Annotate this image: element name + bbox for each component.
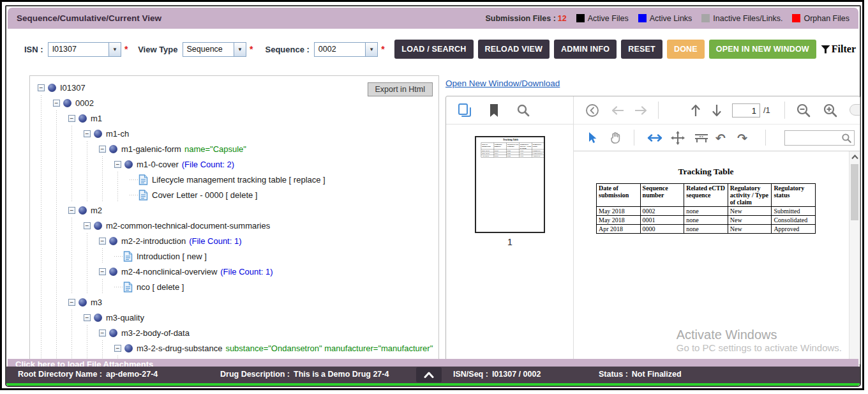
tree-node[interactable]: −m3-quality — [38, 310, 368, 325]
scrollbar-thumb[interactable] — [851, 164, 858, 220]
redo-icon[interactable]: ↷ — [737, 131, 747, 145]
reset-button[interactable]: RESET — [621, 40, 662, 59]
tree-node-label[interactable]: m2 — [91, 206, 102, 215]
sequence-select[interactable]: 0002 ▼ — [314, 42, 378, 57]
page-thumbnail[interactable]: Tracking Table Date of submissionSequenc… — [475, 136, 545, 233]
tree-file-node[interactable]: Introduction [ new ] — [38, 248, 368, 264]
select-cursor-icon[interactable] — [587, 132, 598, 144]
horizontal-scroll-icon[interactable] — [647, 133, 663, 142]
tree-collapse-icon[interactable]: − — [114, 345, 121, 352]
tree-node-label[interactable]: 0002 — [75, 98, 94, 108]
reload-view-button[interactable]: RELOAD VIEW — [478, 40, 550, 59]
footer-note[interactable]: Click here to load File Attachments — [15, 360, 153, 367]
open-new-window-download-link[interactable]: Open New Window/Download — [445, 79, 560, 88]
admin-info-button[interactable]: ADMIN INFO — [554, 40, 617, 59]
open-new-window-button[interactable]: OPEN IN NEW WINDOW — [709, 40, 816, 59]
export-html-button[interactable]: Export in Html — [368, 82, 433, 96]
back-circle-icon[interactable] — [585, 103, 599, 117]
tree-collapse-icon[interactable]: − — [99, 268, 106, 275]
legend-bar: Submission Files :12 Active Files Active… — [485, 14, 849, 23]
tree-node[interactable]: −m1-galenic-formname="Capsule" — [38, 141, 368, 156]
tree-file-node[interactable]: Cover Letter - 0000 [ delete ] — [38, 187, 368, 202]
chevron-down-icon[interactable]: ▼ — [365, 43, 377, 56]
document-scrollbar[interactable] — [849, 151, 860, 365]
tree-node-label[interactable]: m3-2-s-drug-substance — [137, 344, 222, 353]
collapse-statusbar-button[interactable] — [416, 367, 442, 383]
tree-file-node[interactable]: Lifecycle management tracking table [ re… — [38, 172, 368, 187]
tree-node-label[interactable]: nco [ delete ] — [137, 282, 184, 292]
tree-node-label[interactable]: m3-quality — [106, 313, 144, 322]
tree-collapse-icon[interactable]: − — [99, 238, 106, 245]
page-number-input[interactable] — [732, 103, 760, 117]
tree-node[interactable]: −m3 — [38, 294, 368, 310]
tree-node-label[interactable]: I01307 — [60, 83, 86, 93]
legend-active-links: Active Links — [638, 14, 692, 23]
tree-node-attribute: substance="Ondansetron" manufacturer="ma… — [225, 344, 433, 353]
legend-active-files: Active Files — [576, 14, 629, 23]
tree-node-label[interactable]: m1-galenic-form — [121, 144, 181, 154]
tree-collapse-icon[interactable]: − — [38, 84, 45, 91]
tree-collapse-icon[interactable]: − — [114, 161, 121, 168]
table-header-cell: Regulatory activity / Type of claim — [520, 143, 532, 149]
tree-node-label[interactable]: Introduction [ new ] — [137, 252, 207, 261]
tree-node[interactable]: −m1-0-cover(File Count: 2) — [38, 156, 368, 172]
undo-icon[interactable]: ↶ — [715, 131, 726, 145]
tree-collapse-icon[interactable]: − — [53, 100, 60, 107]
fit-width-icon[interactable] — [694, 132, 709, 144]
find-input[interactable] — [784, 130, 855, 146]
tree-collapse-icon[interactable]: − — [84, 314, 91, 321]
tree-node[interactable]: −m3-2-body-of-data — [38, 325, 368, 340]
zoom-in-icon[interactable] — [823, 103, 838, 118]
tree-node[interactable]: −m2-common-technical-document-summaries — [38, 218, 368, 233]
tree-file-node[interactable]: nco [ delete ] — [38, 279, 368, 294]
tree-node-label[interactable]: m3-2-body-of-data — [121, 328, 190, 338]
view-type-select[interactable]: Sequence ▼ — [183, 42, 246, 57]
prev-view-icon[interactable] — [611, 105, 625, 116]
page-up-icon[interactable] — [691, 103, 701, 117]
zoom-toggle-partial[interactable] — [849, 104, 860, 116]
page-down-icon[interactable] — [712, 103, 722, 117]
hand-pan-icon[interactable] — [610, 132, 621, 144]
zoom-out-icon[interactable] — [796, 103, 811, 118]
tree-node[interactable]: −m2-2-introduction(File Count: 1) — [38, 233, 368, 248]
done-button[interactable]: DONE — [667, 40, 705, 59]
load-search-button[interactable]: LOAD / SEARCH — [394, 40, 473, 59]
filter-control[interactable]: Filter — [821, 43, 856, 55]
tree-node-label[interactable]: Lifecycle management tracking table [ re… — [152, 175, 326, 185]
scroll-up-icon[interactable] — [849, 151, 860, 162]
tree-node-label[interactable]: m3 — [91, 298, 102, 307]
tree-node-label[interactable]: m1-ch — [106, 129, 129, 139]
tree-node-label[interactable]: Cover Letter - 0000 [ delete ] — [152, 190, 257, 200]
tree-collapse-icon[interactable]: − — [84, 130, 91, 137]
tree-collapse-icon[interactable]: − — [99, 330, 106, 337]
tree-node[interactable]: −m3-2-s-drug-substancesubstance="Ondanse… — [38, 340, 368, 356]
tree-node-label[interactable]: m2-2-introduction — [121, 236, 186, 246]
thumbnail-pane: Tracking Table Date of submissionSequenc… — [446, 125, 573, 365]
tree-node-label[interactable]: m2-common-technical-document-summaries — [106, 221, 270, 231]
tree-node-label[interactable]: m1 — [91, 114, 102, 123]
table-row: May 20180001noneNewConsolidated — [597, 216, 816, 225]
search-icon[interactable] — [516, 103, 530, 117]
pan-move-icon[interactable] — [671, 131, 685, 145]
file-icon — [138, 190, 148, 201]
isn-select[interactable]: I01307 ▼ — [48, 42, 121, 57]
tree-node[interactable]: −m1-ch — [38, 126, 368, 141]
tree-collapse-icon[interactable]: − — [99, 146, 106, 153]
tree-collapse-icon[interactable]: − — [84, 222, 91, 229]
tree-node[interactable]: −m2-4-nonclinical-overview(File Count: 1… — [38, 264, 368, 279]
chevron-down-icon[interactable]: ▼ — [234, 43, 246, 56]
tree-collapse-icon[interactable]: − — [68, 299, 75, 306]
bookmark-icon[interactable] — [488, 103, 500, 117]
thumbnails-icon[interactable] — [458, 103, 472, 118]
tree-node[interactable]: −m1 — [38, 110, 368, 126]
tree-node[interactable]: −I01307 — [38, 80, 368, 95]
next-view-icon[interactable] — [634, 105, 648, 116]
tree-node[interactable]: −m2 — [38, 202, 368, 218]
tree-node-label[interactable]: m1-0-cover — [137, 160, 179, 169]
chevron-down-icon[interactable]: ▼ — [108, 43, 121, 56]
tree-collapse-icon[interactable]: − — [68, 115, 75, 122]
tree-node[interactable]: −0002 — [38, 95, 368, 110]
document-title: Tracking Table — [596, 167, 816, 177]
tree-collapse-icon[interactable]: − — [68, 207, 75, 214]
tree-node-label[interactable]: m2-4-nonclinical-overview — [121, 267, 217, 277]
